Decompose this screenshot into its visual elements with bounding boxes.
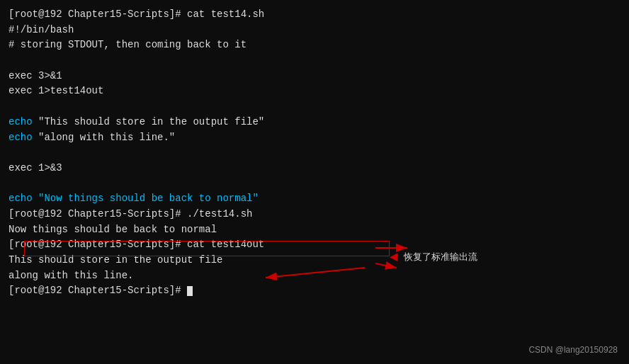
watermark: CSDN @lang20150928 [528,343,618,357]
line-9: echo "along with this line." [8,130,620,146]
terminal: [root@192 Chapter15-Scripts]# cat test14… [0,0,629,364]
line-8: echo "This should store in the output fi… [8,115,620,130]
line-3: # storing STDOUT, then coming back to it [8,38,620,53]
line-5: exec 3>&1 [8,69,620,84]
line-10 [8,145,620,161]
line-14: [root@192 Chapter15-Scripts]# ./test14.s… [8,207,620,222]
line-7 [8,99,620,115]
annotation-text: 恢复了标准输出流 [404,250,477,264]
annotation-container: ◄ 恢复了标准输出流 [390,246,477,268]
line-6: exec 1>test14out [8,84,620,99]
line-2: #!/bin/bash [8,23,620,38]
cursor [187,286,193,296]
svg-line-4 [266,268,365,278]
line-13: echo "Now things should be back to norma… [8,191,620,207]
line-16: [root@192 Chapter15-Scripts]# cat test14… [8,237,620,253]
line-1: [root@192 Chapter15-Scripts]# cat test14… [8,7,620,23]
line-4 [8,53,620,69]
line-15: Now things should be back to normal [8,222,620,238]
line-12 [8,176,620,192]
line-11: exec 1>&3 [8,161,620,176]
second-arrow-svg [251,262,393,290]
